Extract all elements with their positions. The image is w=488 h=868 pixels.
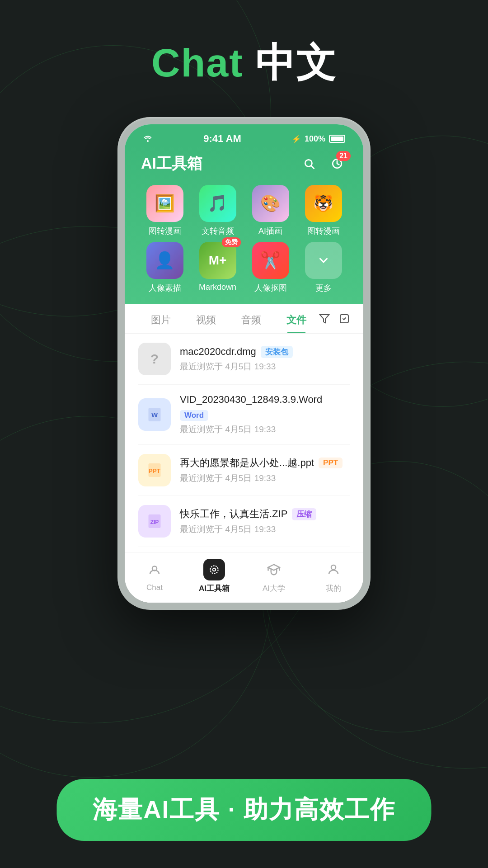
app-item-more[interactable]: 更多 bbox=[300, 242, 347, 293]
file-tag-1: Word bbox=[180, 410, 208, 421]
file-item-3[interactable]: ZIP 快乐工作，认真生活.ZIP 压缩 最近浏览于 4月5日 19:33 bbox=[138, 496, 350, 547]
file-name-0: mac2020cdr.dmg bbox=[180, 346, 256, 358]
app-item-2[interactable]: 🎨 AI插画 bbox=[247, 185, 294, 236]
app-icon-6: ✂️ bbox=[252, 242, 289, 279]
app-label-2: AI插画 bbox=[258, 226, 282, 236]
app-label-more: 更多 bbox=[315, 283, 332, 293]
svg-point-16 bbox=[210, 566, 218, 573]
bottom-banner: 海量AI工具 · 助力高效工作 bbox=[56, 779, 431, 841]
notification-badge: 21 bbox=[336, 151, 351, 161]
nav-university-icon bbox=[263, 559, 285, 580]
bottom-nav: Chat AI工具箱 bbox=[125, 552, 363, 603]
nav-chat-icon bbox=[144, 559, 165, 580]
tab-audio[interactable]: 音频 bbox=[229, 313, 274, 333]
content-area: 图片 视频 音频 文件 bbox=[125, 304, 363, 603]
more-icon bbox=[305, 242, 342, 279]
file-info-2: 再大的愿景都是从小处...越.ppt PPT 最近浏览于 4月5日 19:33 bbox=[180, 456, 350, 484]
file-item-2[interactable]: PPT 再大的愿景都是从小处...越.ppt PPT 最近浏览于 4月5日 19… bbox=[138, 445, 350, 496]
app-item-3[interactable]: 🐯 图转漫画 bbox=[300, 185, 347, 236]
file-icon-3: ZIP bbox=[138, 505, 171, 538]
file-name-2: 再大的愿景都是从小处...越.ppt bbox=[180, 456, 314, 470]
phone-screen: 9:41 AM ⚡ 100% AI工具箱 bbox=[125, 124, 363, 603]
nav-tools[interactable]: AI工具箱 bbox=[184, 559, 244, 594]
file-list: ? mac2020cdr.dmg 安装包 最近浏览于 4月5日 19:33 bbox=[125, 334, 363, 552]
file-item-1[interactable]: W VID_20230430_12849.3.9.Word Word 最近浏览于… bbox=[138, 385, 350, 445]
app-item-6[interactable]: ✂️ 人像抠图 bbox=[247, 242, 294, 293]
phone-mockup: 9:41 AM ⚡ 100% AI工具箱 bbox=[0, 117, 488, 610]
file-info-0: mac2020cdr.dmg 安装包 最近浏览于 4月5日 19:33 bbox=[180, 346, 350, 373]
file-info-1: VID_20230430_12849.3.9.Word Word 最近浏览于 4… bbox=[180, 394, 350, 435]
app-header: AI工具箱 21 bbox=[125, 146, 363, 304]
app-label-3: 图转漫画 bbox=[307, 226, 340, 236]
file-icon-1: W bbox=[138, 398, 171, 431]
nav-tools-label: AI工具箱 bbox=[199, 583, 230, 594]
file-tag-2: PPT bbox=[319, 458, 343, 468]
app-icon-1: 🎵 bbox=[199, 185, 236, 222]
file-icon-2: PPT bbox=[138, 454, 171, 486]
tabs-row: 图片 视频 音频 文件 bbox=[125, 304, 363, 334]
app-label-1: 文转音频 bbox=[202, 226, 234, 236]
svg-text:ZIP: ZIP bbox=[150, 519, 159, 525]
svg-text:PPT: PPT bbox=[149, 467, 161, 474]
file-item-0[interactable]: ? mac2020cdr.dmg 安装包 最近浏览于 4月5日 19:33 bbox=[138, 334, 350, 385]
select-icon[interactable] bbox=[339, 313, 350, 327]
nav-mine-icon bbox=[323, 559, 344, 580]
header-icons: 21 bbox=[299, 154, 347, 174]
nav-chat-label: Chat bbox=[146, 583, 163, 592]
svg-point-0 bbox=[147, 140, 149, 142]
app-label-6: 人像抠图 bbox=[254, 283, 287, 293]
status-time: 9:41 AM bbox=[203, 133, 241, 145]
nav-mine-label: 我的 bbox=[326, 583, 341, 594]
tab-video[interactable]: 视频 bbox=[183, 313, 229, 333]
file-item-4[interactable]: PDF SV831372.pdf PDF 最近浏览于 4月5日 19:33 bbox=[138, 547, 350, 552]
file-name-3: 快乐工作，认真生活.ZIP bbox=[180, 507, 287, 521]
tab-images[interactable]: 图片 bbox=[138, 313, 183, 333]
nav-mine[interactable]: 我的 bbox=[304, 559, 363, 594]
app-item-5[interactable]: M+ 免费 Markdown bbox=[194, 242, 241, 293]
status-right-icons: ⚡ 100% bbox=[292, 134, 345, 144]
file-date-1: 最近浏览于 4月5日 19:33 bbox=[180, 424, 350, 435]
tab-files[interactable]: 文件 bbox=[274, 313, 319, 333]
app-label-5: Markdown bbox=[199, 283, 236, 292]
app-icon-2: 🎨 bbox=[252, 185, 289, 222]
apps-grid: 🖼️ 图转漫画 🎵 文转音频 🎨 AI插画 bbox=[141, 185, 347, 293]
app-icon-3: 🐯 bbox=[305, 185, 342, 222]
app-title: AI工具箱 bbox=[141, 153, 202, 174]
app-item-1[interactable]: 🎵 文转音频 bbox=[194, 185, 241, 236]
svg-marker-4 bbox=[320, 315, 329, 323]
history-button[interactable]: 21 bbox=[327, 154, 347, 174]
battery-icon bbox=[329, 135, 345, 143]
title-chinese: 中文 bbox=[255, 40, 337, 85]
file-date-2: 最近浏览于 4月5日 19:33 bbox=[180, 472, 350, 484]
svg-point-15 bbox=[213, 568, 216, 571]
header-row: AI工具箱 21 bbox=[141, 153, 347, 174]
nav-tools-icon bbox=[203, 559, 225, 580]
tabs-actions bbox=[319, 313, 350, 333]
nav-chat[interactable]: Chat bbox=[125, 559, 184, 594]
title-chat: Chat bbox=[151, 40, 244, 85]
nav-university[interactable]: AI大学 bbox=[244, 559, 304, 594]
app-label-4: 人像素描 bbox=[149, 283, 181, 293]
file-icon-0: ? bbox=[138, 343, 171, 375]
file-date-3: 最近浏览于 4月5日 19:33 bbox=[180, 524, 350, 535]
svg-text:W: W bbox=[151, 411, 158, 419]
file-tag-0: 安装包 bbox=[261, 346, 293, 358]
filter-icon[interactable] bbox=[319, 313, 330, 327]
bluetooth-icon: ⚡ bbox=[292, 135, 301, 143]
file-info-3: 快乐工作，认真生活.ZIP 压缩 最近浏览于 4月5日 19:33 bbox=[180, 507, 350, 535]
phone-frame: 9:41 AM ⚡ 100% AI工具箱 bbox=[117, 117, 371, 610]
search-button[interactable] bbox=[299, 154, 319, 174]
battery-text: 100% bbox=[305, 134, 325, 144]
file-date-0: 最近浏览于 4月5日 19:33 bbox=[180, 361, 350, 373]
app-icon-5: M+ 免费 bbox=[199, 242, 236, 279]
app-icon-4: 👤 bbox=[146, 242, 183, 279]
page-title: Chat 中文 bbox=[0, 0, 488, 90]
svg-point-17 bbox=[331, 565, 336, 570]
app-item-4[interactable]: 👤 人像素描 bbox=[141, 242, 188, 293]
bottom-banner-text: 海量AI工具 · 助力高效工作 bbox=[93, 796, 395, 823]
file-name-1: VID_20230430_12849.3.9.Word bbox=[180, 394, 322, 406]
status-bar: 9:41 AM ⚡ 100% bbox=[125, 124, 363, 146]
svg-line-2 bbox=[311, 166, 314, 169]
wifi-icon bbox=[143, 135, 153, 142]
app-item-0[interactable]: 🖼️ 图转漫画 bbox=[141, 185, 188, 236]
